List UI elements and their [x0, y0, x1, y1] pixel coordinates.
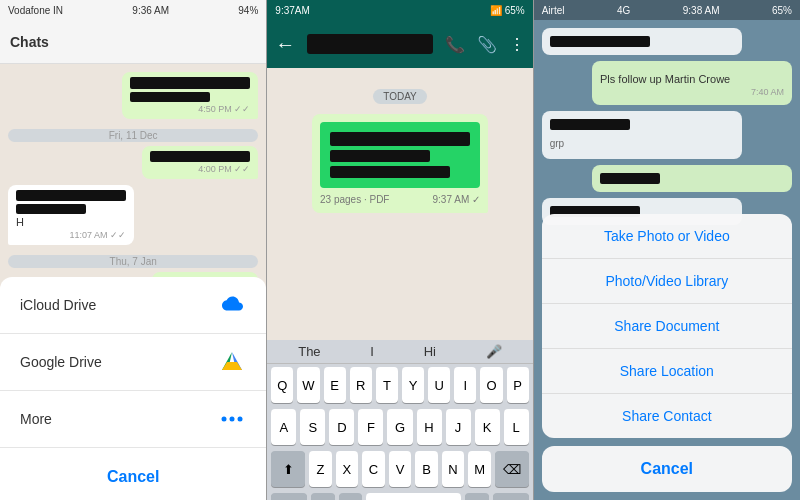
menu-icon[interactable]: ⋮ [509, 35, 525, 54]
time-1: 9:36 AM [132, 5, 169, 16]
suggestion-1[interactable]: The [298, 344, 320, 359]
key-i[interactable]: I [454, 367, 476, 403]
panel-whatsapp-chat: 9:37AM 📶 65% ← 📞 📎 ⋮ TODAY 23 pag [267, 0, 532, 500]
more-dots-icon [218, 405, 246, 433]
attach-icon[interactable]: 📎 [477, 35, 497, 54]
keyboard: The I Hi 🎤 Q W E R T Y U I O P A S D F G… [267, 340, 532, 500]
key-x[interactable]: X [336, 451, 359, 487]
key-f[interactable]: F [358, 409, 383, 445]
call-icon[interactable]: 📞 [445, 35, 465, 54]
doc-inner [320, 122, 480, 188]
key-o[interactable]: O [480, 367, 502, 403]
svg-point-3 [222, 417, 227, 422]
key-j[interactable]: J [446, 409, 471, 445]
date-divider-1: Fri, 11 Dec [8, 129, 258, 142]
status-bar-1: Vodafone IN 9:36 AM 94% [0, 0, 266, 20]
suggestion-3[interactable]: Hi [424, 344, 436, 359]
key-comma[interactable]: , [311, 493, 335, 500]
icloud-icon [218, 291, 246, 319]
key-space[interactable]: space [366, 493, 461, 500]
key-p[interactable]: P [507, 367, 529, 403]
key-num[interactable]: ?123 [271, 493, 307, 500]
msg-time-3: 11:07 AM ✓✓ [16, 230, 126, 240]
doc-bubble-row: 23 pages · PDF 9:37 AM ✓ [275, 114, 524, 213]
key-l[interactable]: L [504, 409, 529, 445]
action-share-contact[interactable]: Share Contact [542, 394, 792, 438]
keyboard-row-3: ⬆ Z X C V B N M ⌫ [267, 448, 532, 490]
today-label: TODAY [275, 86, 524, 104]
key-t[interactable]: T [376, 367, 398, 403]
key-delete[interactable]: ⌫ [495, 451, 529, 487]
grp-label: grp [550, 138, 564, 149]
chat-bubble-p3-4 [592, 165, 792, 192]
key-w[interactable]: W [297, 367, 319, 403]
doc-bubble: 23 pages · PDF 9:37 AM ✓ [312, 114, 488, 213]
action-share-location[interactable]: Share Location [542, 349, 792, 394]
battery-1: 94% [238, 5, 258, 16]
msg-bubble-1: 4:50 PM ✓✓ [122, 72, 258, 119]
chat-title-1: Chats [10, 34, 49, 50]
key-y[interactable]: Y [402, 367, 424, 403]
msg-bubble-2: 4:00 PM ✓✓ [142, 146, 258, 179]
key-g[interactable]: G [387, 409, 412, 445]
share-sheet: iCloud Drive Google Drive More [0, 277, 266, 500]
key-u[interactable]: U [428, 367, 450, 403]
network-3: 4G [617, 5, 630, 16]
share-icloud[interactable]: iCloud Drive [0, 277, 266, 334]
back-button[interactable]: ← [275, 33, 295, 56]
key-v[interactable]: V [389, 451, 412, 487]
key-d[interactable]: D [329, 409, 354, 445]
key-s[interactable]: S [300, 409, 325, 445]
key-globe[interactable]: 🌐 [339, 493, 363, 500]
suggestion-bar: The I Hi 🎤 [267, 340, 532, 364]
key-h[interactable]: H [417, 409, 442, 445]
keyboard-row-2: A S D F G H J K L [267, 406, 532, 448]
mic-suggestion[interactable]: 🎤 [486, 344, 502, 359]
msg-row-2: 4:00 PM ✓✓ [8, 146, 258, 179]
action-photo-library[interactable]: Photo/Video Library [542, 259, 792, 304]
key-b[interactable]: B [415, 451, 438, 487]
msg-row-3: H 11:07 AM ✓✓ [8, 185, 258, 245]
key-q[interactable]: Q [271, 367, 293, 403]
action-share-document[interactable]: Share Document [542, 304, 792, 349]
share-gdrive[interactable]: Google Drive [0, 334, 266, 391]
key-c[interactable]: C [362, 451, 385, 487]
wa-header: ← 📞 📎 ⋮ [267, 20, 532, 68]
more-label: More [20, 411, 52, 427]
key-z[interactable]: Z [309, 451, 332, 487]
status-bar-3: Airtel 4G 9:38 AM 65% [534, 0, 800, 20]
key-m[interactable]: M [468, 451, 491, 487]
date-divider-2: Thu, 7 Jan [8, 255, 258, 268]
cancel-button-3[interactable]: Cancel [542, 446, 792, 492]
message-text-p3: Pls follow up Martin Crowe [600, 73, 730, 85]
status-bar-2: 9:37AM 📶 65% [267, 0, 532, 20]
suggestion-2[interactable]: I [370, 344, 374, 359]
chat-bubble-p3-3: grp [542, 111, 742, 159]
share-more[interactable]: More [0, 391, 266, 448]
keyboard-row-4: ?123 , 🌐 space . ↩ [267, 490, 532, 500]
key-e[interactable]: E [324, 367, 346, 403]
chat-bubble-p3-2: Pls follow up Martin Crowe 7:40 AM [592, 61, 792, 105]
svg-point-4 [230, 417, 235, 422]
doc-pages-label: 23 pages · PDF [320, 194, 389, 205]
doc-time: 9:37 AM ✓ [433, 194, 480, 205]
msg-row-1: 4:50 PM ✓✓ [8, 72, 258, 119]
key-k[interactable]: K [475, 409, 500, 445]
key-return[interactable]: ↩ [493, 493, 529, 500]
key-r[interactable]: R [350, 367, 372, 403]
key-a[interactable]: A [271, 409, 296, 445]
key-period[interactable]: . [465, 493, 489, 500]
cancel-button-1[interactable]: Cancel [0, 454, 266, 500]
msg-bubble-3: H 11:07 AM ✓✓ [8, 185, 134, 245]
key-shift[interactable]: ⬆ [271, 451, 305, 487]
keyboard-row-1: Q W E R T Y U I O P [267, 364, 532, 406]
key-n[interactable]: N [442, 451, 465, 487]
chat-header-1: Chats [0, 20, 266, 64]
action-take-photo[interactable]: Take Photo or Video [542, 214, 792, 259]
chat-bubble-p3-1 [542, 28, 742, 55]
signal-icons-2: 📶 65% [490, 5, 525, 16]
msg-time-p3: 7:40 AM [600, 87, 784, 97]
time-3: 9:38 AM [683, 5, 720, 16]
battery-3: 65% [772, 5, 792, 16]
svg-point-5 [238, 417, 243, 422]
